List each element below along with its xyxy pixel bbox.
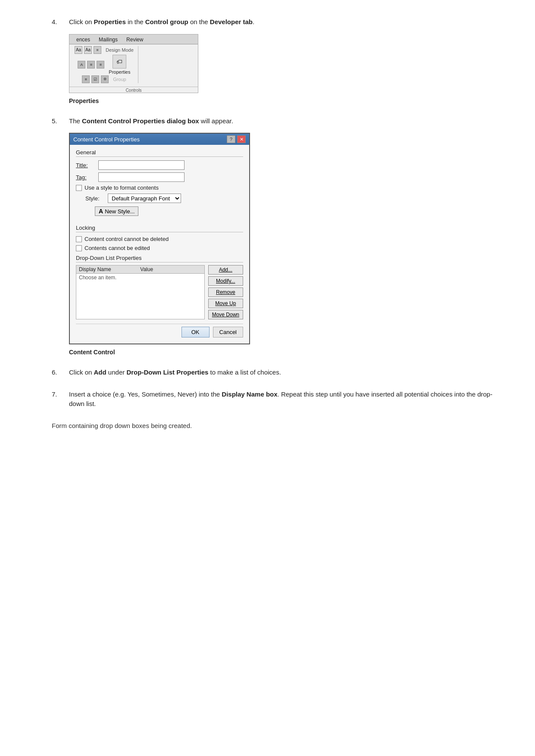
group-label: Group	[113, 77, 126, 82]
dialog-list-placeholder: Choose an item.	[79, 275, 116, 281]
step-7-text: 7. Insert a choice (e.g. Yes, Sometimes,…	[52, 390, 501, 409]
ribbon-body: Aa Aa ≡ Design Mode A ≡ ≡ 🏷 Properties	[69, 44, 198, 86]
dialog-remove-button[interactable]: Remove	[208, 287, 243, 297]
steps-list: 4. Click on Properties in the Control gr…	[52, 17, 501, 409]
dialog-dropdown-section: Drop-Down List Properties Display Name V…	[76, 255, 243, 319]
ribbon-tab-ences: ences	[72, 35, 94, 44]
dialog-list-col-value: Value	[140, 266, 201, 272]
step-4: 4. Click on Properties in the Control gr…	[52, 17, 501, 104]
dialog-style-label: Style:	[85, 195, 104, 202]
caption-step4: Properties	[69, 97, 501, 104]
ribbon-icon-f: ⚙	[101, 75, 109, 83]
step-7: 7. Insert a choice (e.g. Yes, Sometimes,…	[52, 390, 501, 409]
dialog-title: Content Control Properties	[73, 136, 140, 143]
dialog-move-down-label: Move Down	[212, 312, 239, 318]
dialog-move-up-label: Move Up	[215, 300, 236, 306]
dialog-use-style-row: Use a style to format contents	[76, 184, 243, 191]
dialog-tag-row: Tag:	[76, 172, 243, 182]
dialog-list-area: Display Name Value Choose an item. Add..…	[76, 265, 243, 319]
dialog-titlebar-buttons: ? ✕	[227, 135, 246, 143]
properties-label: Properties	[109, 69, 130, 75]
ribbon-font-icon-1: Aa	[75, 46, 82, 54]
step-6: 6. Click on Add under Drop-Down List Pro…	[52, 368, 501, 378]
dialog-cannot-delete-row: Content control cannot be deleted	[76, 236, 243, 242]
ribbon-icon-b: ≡	[87, 61, 95, 69]
dialog-footer: OK Cancel	[76, 324, 243, 337]
dialog-titlebar: Content Control Properties ? ✕	[70, 134, 249, 145]
step-4-number: 4.	[52, 17, 64, 27]
dialog-list-header: Display Name Value	[76, 266, 204, 274]
dialog-help-button[interactable]: ?	[227, 135, 235, 143]
dialog-locking-label: Locking	[76, 225, 243, 232]
dialog-tag-input[interactable]	[98, 172, 185, 182]
properties-icon: 🏷	[113, 55, 126, 69]
step-6-text: 6. Click on Add under Drop-Down List Pro…	[52, 368, 501, 378]
dialog-move-up-button[interactable]: Move Up	[208, 299, 243, 308]
dialog-new-style-area: A New Style...	[85, 206, 243, 220]
ribbon-font-row: Aa Aa ≡ Design Mode	[75, 46, 134, 54]
ribbon-icon-c: ≡	[97, 61, 104, 69]
ribbon-mockup: ences Mailings Review Aa Aa ≡ Design Mod…	[69, 34, 198, 93]
dialog-list-placeholder-row: Choose an item.	[76, 274, 204, 281]
ribbon-tab-mailings: Mailings	[94, 35, 122, 44]
step-4-content: Click on Properties in the Control group…	[69, 17, 501, 27]
dialog-cannot-edit-label: Contents cannot be edited	[84, 245, 150, 251]
step-5: 5. The Content Control Properties dialog…	[52, 116, 501, 356]
dialog-move-down-button[interactable]: Move Down	[208, 310, 243, 319]
dialog-use-style-label: Use a style to format contents	[84, 184, 159, 191]
step-6-number: 6.	[52, 368, 64, 378]
ribbon-tabs: ences Mailings Review	[69, 34, 198, 44]
dialog-cannot-delete-label: Content control cannot be deleted	[84, 236, 169, 242]
dialog-dropdown-label: Drop-Down List Properties	[76, 255, 243, 262]
ribbon-icon-a: A	[78, 61, 85, 69]
dialog-cannot-delete-checkbox[interactable]	[76, 236, 82, 242]
dialog-modify-button[interactable]: Modify...	[208, 276, 243, 286]
dialog-cancel-button[interactable]: Cancel	[213, 327, 243, 337]
ribbon-icon-e: ☑	[91, 75, 99, 83]
caption-step5: Content Control	[69, 349, 501, 356]
ribbon-font-icon-2: Aa	[84, 46, 92, 54]
dialog-cannot-edit-row: Contents cannot be edited	[76, 245, 243, 251]
dialog-add-button[interactable]: Add...	[208, 265, 243, 275]
dialog-new-style-button[interactable]: A New Style...	[95, 206, 138, 216]
dialog-tag-label: Tag:	[76, 174, 95, 181]
new-style-icon: A	[99, 208, 103, 215]
dialog-cannot-edit-checkbox[interactable]	[76, 245, 82, 251]
dialog-general-label: General	[76, 149, 243, 157]
dialog-locking-section: Locking Content control cannot be delete…	[76, 225, 243, 251]
new-style-label: New Style...	[105, 208, 135, 215]
dialog-style-row: Style: Default Paragraph Font	[85, 194, 243, 203]
dialog-list-table: Display Name Value Choose an item.	[76, 265, 205, 319]
properties-btn[interactable]: 🏷 Properties	[109, 55, 130, 75]
step-7-content: Insert a choice (e.g. Yes, Sometimes, Ne…	[69, 390, 501, 409]
ribbon-section-fonts: Aa Aa ≡ Design Mode A ≡ ≡ 🏷 Properties	[73, 46, 138, 83]
step-6-content: Click on Add under Drop-Down List Proper…	[69, 368, 501, 378]
footer-paragraph: Form containing drop down boxes being cr…	[52, 421, 501, 431]
ribbon-icon-d: ≡	[82, 75, 90, 83]
dialog-ok-button[interactable]: OK	[181, 327, 210, 337]
dialog-title-label: Title:	[76, 162, 95, 169]
dialog-close-button[interactable]: ✕	[237, 135, 246, 143]
step-7-number: 7.	[52, 390, 64, 409]
step-5-number: 5.	[52, 116, 64, 126]
dialog-mockup: Content Control Properties ? ✕ General T…	[69, 133, 250, 344]
dialog-list-col-display: Display Name	[79, 266, 140, 272]
dialog-list-buttons: Add... Modify... Remove Move Up	[208, 265, 243, 319]
ribbon-second-row: A ≡ ≡ 🏷 Properties	[78, 55, 130, 75]
step-5-text: 5. The Content Control Properties dialog…	[52, 116, 501, 126]
ribbon-tab-review: Review	[122, 35, 147, 44]
step-5-content: The Content Control Properties dialog bo…	[69, 116, 501, 126]
ribbon-third-row: ≡ ☑ ⚙ Group	[82, 75, 126, 83]
dialog-title-input[interactable]	[98, 160, 185, 170]
dialog-style-select[interactable]: Default Paragraph Font	[108, 194, 181, 203]
dialog-body: General Title: Tag: Use a style to forma…	[70, 145, 249, 344]
ribbon-font-icon-3: ≡	[94, 46, 101, 54]
step-4-text: 4. Click on Properties in the Control gr…	[52, 17, 501, 27]
design-mode-label: Design Mode	[106, 47, 134, 53]
dialog-add-label: Add...	[219, 267, 232, 273]
dialog-use-style-checkbox[interactable]	[76, 185, 82, 191]
controls-label: Controls	[69, 87, 198, 93]
dialog-remove-label: Remove	[216, 289, 235, 295]
dialog-modify-label: Modify...	[216, 278, 235, 284]
dialog-title-row: Title:	[76, 160, 243, 170]
